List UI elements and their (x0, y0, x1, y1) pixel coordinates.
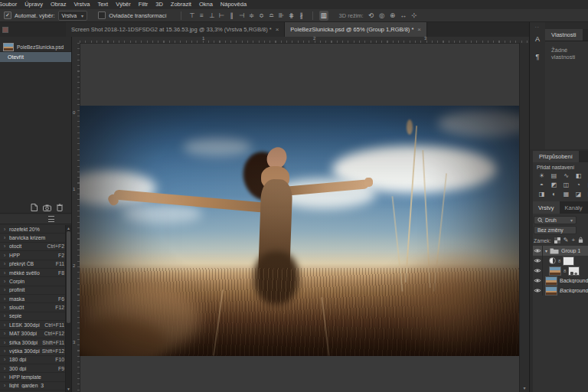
action-row[interactable]: › HPP template (0, 373, 67, 381)
layer-mask-thumbnail[interactable] (563, 256, 574, 266)
horizontal-ruler[interactable]: 1234 (80, 37, 529, 44)
3d-drag-icon[interactable]: ⊕ (388, 11, 397, 21)
close-icon[interactable]: × (417, 26, 421, 33)
lock-transparency-icon[interactable] (554, 237, 560, 243)
lock-position-icon[interactable]: + (571, 237, 575, 243)
scroll-down-icon[interactable]: ▾ (520, 385, 529, 390)
mask-link-icon[interactable]: 8 (558, 259, 560, 263)
distribute-vertical-centers-icon[interactable]: ≎ (257, 11, 266, 21)
lock-paint-icon[interactable]: ✎ (564, 237, 569, 243)
expand-caret-icon[interactable]: › (4, 340, 9, 345)
layer-row[interactable]: ▾ 8 Background (533, 286, 588, 296)
menu-item[interactable]: Soubor (0, 0, 21, 9)
delete-trash-icon[interactable] (57, 204, 63, 211)
auto-select-checkbox[interactable]: ✓ (4, 11, 11, 19)
scroll-up-icon[interactable]: ▲ (66, 226, 71, 230)
menu-item[interactable]: Nápověda (217, 0, 250, 9)
panel-menu-icon[interactable] (48, 216, 54, 222)
menu-item[interactable]: Okna (195, 0, 217, 9)
tab-adjustments[interactable]: Přizpůsobení (533, 151, 579, 162)
action-row[interactable]: › barvicka krizem (0, 234, 67, 242)
expand-caret-icon[interactable]: › (4, 227, 9, 232)
action-row[interactable]: › light_garden_3 (0, 382, 67, 390)
expand-caret-icon[interactable]: › (4, 313, 9, 318)
layer-visibility-eye-icon[interactable] (533, 256, 543, 266)
action-row[interactable]: › LESK 300dpi Ctrl+F11 (0, 321, 67, 329)
canvas-vertical-scrollbar[interactable]: ▾ (519, 43, 529, 392)
black-white-icon[interactable]: ◫ (561, 181, 571, 190)
action-row[interactable]: › 300 dpi F9 (0, 364, 67, 373)
layer-name[interactable]: Group 1 (561, 248, 580, 253)
show-transform-controls-checkbox[interactable] (98, 11, 106, 19)
exposure-icon[interactable]: ◧ (573, 172, 583, 181)
expand-caret-icon[interactable]: › (4, 348, 9, 354)
distribute-left-edges-icon[interactable]: ⊪ (277, 11, 286, 21)
panel-tab[interactable]: Vrstvy (533, 201, 560, 214)
photo-filter-icon[interactable]: ◔ (573, 181, 583, 190)
menu-item[interactable]: Úpravy (21, 0, 47, 9)
distribute-right-edges-icon[interactable]: ∦ (297, 11, 306, 21)
history-state-row[interactable]: Otevřít (0, 52, 71, 62)
expand-caret-icon[interactable]: › (4, 374, 9, 380)
layer-name[interactable]: Background (560, 288, 588, 293)
actions-scrollbar[interactable]: ▲ ▼ (65, 225, 71, 392)
align-horizontal-centers-icon[interactable]: ∥ (227, 11, 237, 21)
threshold-icon[interactable]: ◪ (573, 190, 583, 199)
layer-thumbnail[interactable] (545, 286, 557, 296)
menu-item[interactable]: Text (93, 0, 112, 9)
adjustment-layer-icon[interactable] (549, 257, 556, 264)
action-row[interactable]: › rozefekt 20% (0, 225, 67, 234)
group-expand-caret-icon[interactable]: ▾ (545, 248, 547, 253)
layer-filter-dropdown[interactable]: Druh ▾ (534, 216, 577, 224)
3d-slide-icon[interactable]: ↔ (399, 11, 408, 21)
expand-caret-icon[interactable]: › (4, 261, 9, 266)
action-row[interactable]: › šířka 300dpi Shift+F11 (0, 338, 67, 347)
expand-caret-icon[interactable]: › (4, 270, 9, 276)
layer-mask-thumbnail[interactable] (568, 266, 580, 276)
new-document-from-state-icon[interactable] (31, 204, 38, 211)
action-row[interactable]: › sepie (0, 312, 67, 321)
expand-caret-icon[interactable]: › (4, 253, 9, 258)
align-options-panel-icon[interactable]: ▥ (319, 11, 328, 21)
layer-name[interactable]: Background (560, 278, 588, 283)
character-panel-icon[interactable]: A (530, 35, 545, 43)
align-vertical-centers-icon[interactable]: ≡ (198, 11, 207, 21)
align-top-edges-icon[interactable]: ⊤ (188, 11, 197, 21)
action-row[interactable]: › Corpin (0, 277, 67, 286)
action-row[interactable]: › maska F6 (0, 295, 67, 303)
expand-caret-icon[interactable]: › (4, 287, 9, 292)
expand-caret-icon[interactable]: › (4, 243, 9, 249)
layer-visibility-eye-icon[interactable] (533, 276, 543, 286)
expand-caret-icon[interactable]: › (4, 235, 9, 240)
action-row[interactable]: › otocit Ctrl+F2 (0, 243, 67, 251)
layer-row[interactable]: ▾ 8 Background (533, 276, 588, 286)
action-row[interactable]: › sloučit F12 (0, 303, 67, 312)
action-row[interactable]: › měkké světlo F8 (0, 269, 67, 277)
mask-link-icon[interactable]: 8 (564, 269, 566, 273)
color-balance-icon[interactable]: ◩ (549, 181, 559, 190)
distribute-horizontal-centers-icon[interactable]: ⋕ (287, 11, 296, 21)
curves-icon[interactable]: ∿ (561, 172, 571, 181)
document-canvas-image[interactable] (80, 106, 520, 356)
expand-caret-icon[interactable]: › (4, 357, 9, 362)
layer-row[interactable]: ▾ 8 (533, 256, 588, 266)
history-snapshot-row[interactable]: PoleBezSlunicka.psd (0, 42, 71, 52)
new-snapshot-camera-icon[interactable] (43, 204, 51, 211)
action-row[interactable]: › profinit (0, 286, 67, 295)
align-left-edges-icon[interactable]: ⊢ (217, 11, 227, 21)
expand-caret-icon[interactable]: › (4, 322, 9, 328)
blend-mode-dropdown[interactable]: Bez změny (534, 226, 577, 234)
menu-item[interactable]: Obraz (47, 0, 70, 9)
expand-caret-icon[interactable]: › (4, 383, 9, 388)
dock-collapse-icon[interactable]: ∙∙ (530, 24, 545, 29)
3d-rotate-icon[interactable]: ⟲ (367, 11, 376, 21)
expand-caret-icon[interactable]: › (4, 331, 9, 336)
layer-thumbnail[interactable] (545, 276, 557, 286)
menu-item[interactable]: Výběr (112, 0, 135, 9)
levels-icon[interactable]: ▤ (549, 172, 559, 181)
panel-tab[interactable]: Kanály (560, 201, 588, 214)
menu-item[interactable]: Vrstva (70, 0, 93, 9)
3d-roll-icon[interactable]: ◎ (377, 11, 387, 21)
layer-row[interactable]: ▾ 8 Group 1 (533, 246, 588, 256)
lock-all-icon[interactable] (578, 237, 583, 244)
